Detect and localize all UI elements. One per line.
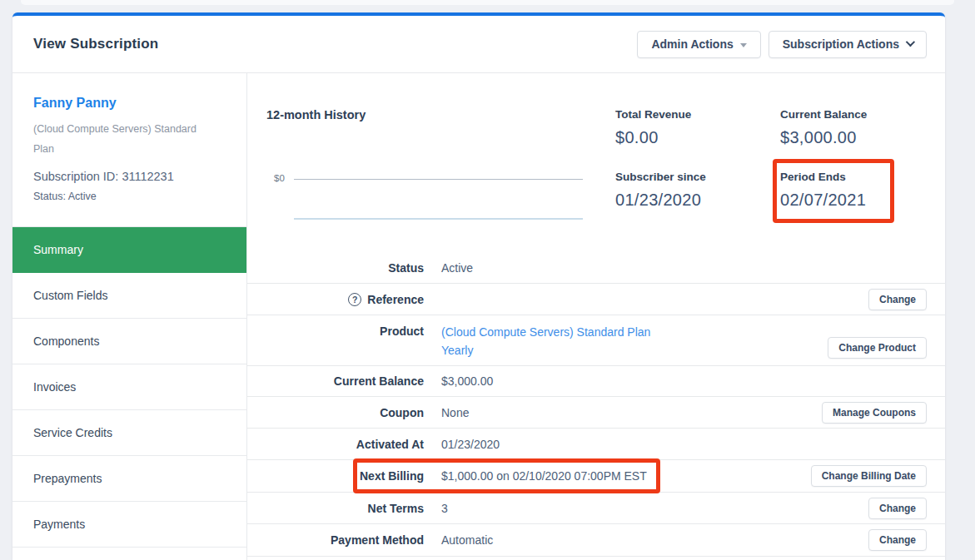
row-value-coupon: None <box>424 406 822 419</box>
change-billing-date-button[interactable]: Change Billing Date <box>811 465 927 487</box>
sidebar-item-summary[interactable]: Summary <box>12 227 246 273</box>
sidebar-menu: Summary Custom Fields Components Invoice… <box>12 226 246 548</box>
row-label: Reference <box>367 293 424 306</box>
subscription-id: Subscription ID: 31112231 <box>33 170 221 183</box>
row-label: Current Balance <box>247 374 424 388</box>
row-value-status: Active <box>424 261 945 275</box>
table-row-status: Status Active <box>247 252 945 284</box>
table-row-payment-method: Payment Method Automatic Change <box>247 524 945 557</box>
chart-title: 12-month History <box>266 108 366 121</box>
sidebar-item-payments[interactable]: Payments <box>12 502 246 548</box>
stat-subscriber-since: Subscriber since 01/23/2020 <box>615 171 774 210</box>
table-row-coupon: Coupon None Manage Coupons <box>247 397 945 429</box>
chart-zero-gridline <box>294 179 583 180</box>
row-value-net-terms: 3 <box>424 502 868 515</box>
table-row-next-billing: Next Billing $1,000.00 on 02/10/2020 07:… <box>247 460 945 493</box>
manage-coupons-button[interactable]: Manage Coupons <box>822 402 927 424</box>
row-label: Status <box>247 261 424 275</box>
sidebar-item-invoices[interactable]: Invoices <box>12 364 246 410</box>
subscription-status: Status: Active <box>33 191 221 202</box>
stat-period-ends: Period Ends 02/07/2021 <box>780 171 938 210</box>
subscription-actions-label: Subscription Actions <box>783 37 899 51</box>
subscription-actions-button[interactable]: Subscription Actions <box>769 31 927 58</box>
main-content: 12-month History $0 Total Revenue $0.00 … <box>247 73 945 560</box>
chart-flat-revenue-line <box>294 218 583 220</box>
change-reference-button[interactable]: Change <box>868 289 927 310</box>
row-value-current-balance: $3,000.00 <box>424 374 945 388</box>
chart-y-axis-zero-tick: $0 <box>274 173 285 183</box>
stat-label: Period Ends <box>780 171 938 183</box>
row-label: Net Terms <box>247 502 424 515</box>
table-row-activated-at: Activated At 01/23/2020 <box>247 429 945 460</box>
table-row-current-balance: Current Balance $3,000.00 <box>247 366 945 397</box>
row-label: Next Billing <box>247 469 424 483</box>
sidebar-item-label: Custom Fields <box>33 289 107 302</box>
sidebar-item-label: Summary <box>33 243 83 256</box>
row-label: Activated At <box>247 438 424 451</box>
stat-value: $3,000.00 <box>780 128 938 147</box>
sidebar-item-label: Prepayments <box>33 472 102 485</box>
question-circle-icon: ? <box>348 293 361 306</box>
stat-value: $0.00 <box>615 128 774 147</box>
sidebar-item-prepayments[interactable]: Prepayments <box>12 456 246 502</box>
sidebar-item-label: Invoices <box>33 380 76 394</box>
sidebar-item-label: Payments <box>33 518 85 531</box>
change-product-button[interactable]: Change Product <box>828 337 927 359</box>
card-body: Fanny Panny (Cloud Compute Servers) Stan… <box>12 73 945 560</box>
row-value-activated-at: 01/23/2020 <box>424 438 945 451</box>
sidebar-item-label: Service Credits <box>33 426 112 439</box>
stat-value: 02/07/2021 <box>780 191 938 210</box>
sidebar-item-label: Components <box>33 335 99 348</box>
row-label: Product <box>247 325 424 338</box>
card-header: View Subscription Admin Actions Subscrip… <box>12 16 945 73</box>
product-plan-link[interactable]: (Cloud Compute Servers) Standard Plan <box>441 323 828 341</box>
table-row-product: Product (Cloud Compute Servers) Standard… <box>247 315 945 366</box>
stat-value: 01/23/2020 <box>615 191 774 210</box>
admin-actions-button[interactable]: Admin Actions <box>637 31 760 58</box>
table-row-net-terms: Net Terms 3 Change <box>247 493 945 524</box>
row-value-payment-method: Automatic <box>424 533 868 547</box>
chevron-down-icon <box>906 37 915 46</box>
view-subscription-card: View Subscription Admin Actions Subscrip… <box>12 12 945 560</box>
subscription-info: Fanny Panny (Cloud Compute Servers) Stan… <box>12 73 246 226</box>
table-row-reference: ? Reference Change <box>247 284 945 315</box>
previous-card-bottom-edge <box>21 0 954 5</box>
product-interval-link[interactable]: Yearly <box>441 341 828 359</box>
stat-label: Current Balance <box>780 108 938 121</box>
subscription-details-table: Status Active ? Reference Change Product <box>247 252 945 557</box>
caret-down-icon <box>740 43 747 47</box>
customer-name-link[interactable]: Fanny Panny <box>33 96 117 110</box>
sidebar-item-custom-fields[interactable]: Custom Fields <box>12 273 246 319</box>
change-payment-method-button[interactable]: Change <box>868 529 927 551</box>
sidebar: Fanny Panny (Cloud Compute Servers) Stan… <box>12 73 247 560</box>
header-actions: Admin Actions Subscription Actions <box>637 31 927 58</box>
stat-current-balance: Current Balance $3,000.00 <box>780 108 938 147</box>
row-value-next-billing: $1,000.00 on 02/10/2020 07:00PM EST <box>424 469 811 483</box>
sidebar-item-service-credits[interactable]: Service Credits <box>12 410 246 456</box>
sidebar-item-components[interactable]: Components <box>12 319 246 364</box>
page-title: View Subscription <box>33 36 158 52</box>
stat-label: Total Revenue <box>615 108 774 121</box>
change-net-terms-button[interactable]: Change <box>868 498 927 519</box>
stat-label: Subscriber since <box>615 171 774 183</box>
stat-total-revenue: Total Revenue $0.00 <box>615 108 774 147</box>
row-label: Coupon <box>247 406 424 419</box>
plan-name: (Cloud Compute Servers) Standard Plan <box>33 119 208 159</box>
admin-actions-label: Admin Actions <box>651 37 733 51</box>
row-label: Payment Method <box>247 533 424 547</box>
